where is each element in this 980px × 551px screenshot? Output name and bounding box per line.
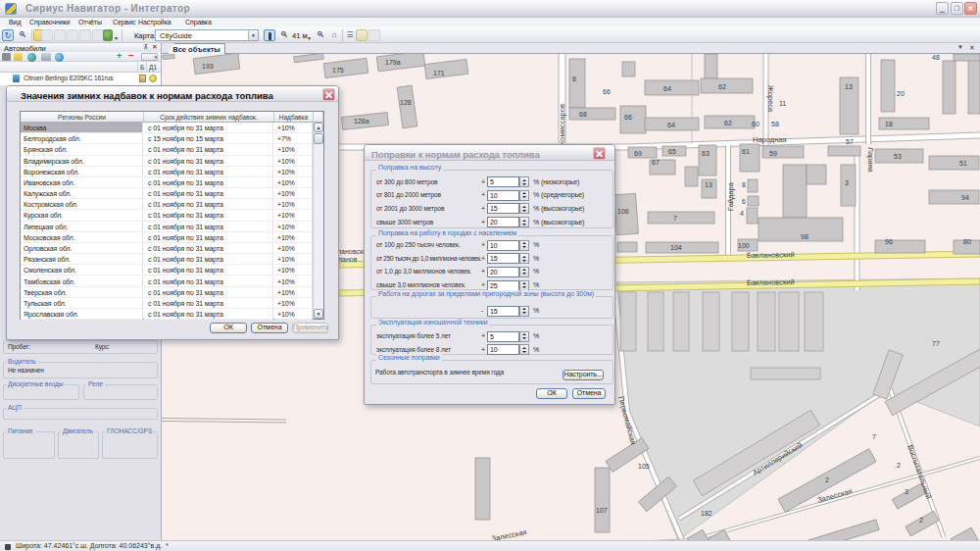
svg-text:65: 65: [668, 148, 676, 155]
svg-text:Народная: Народная: [753, 135, 787, 144]
svg-text:128a: 128a: [354, 118, 369, 125]
svg-text:Гайдара: Гайдара: [726, 181, 735, 211]
svg-text:7: 7: [872, 433, 876, 440]
svg-text:179a: 179a: [385, 59, 401, 66]
svg-text:20: 20: [897, 90, 905, 97]
svg-text:106: 106: [617, 208, 629, 215]
svg-text:11: 11: [779, 100, 786, 107]
svg-text:53: 53: [894, 153, 902, 160]
svg-text:64: 64: [667, 122, 675, 128]
svg-text:2: 2: [919, 517, 923, 524]
svg-text:2: 2: [825, 476, 829, 483]
svg-text:59: 59: [769, 150, 777, 157]
svg-text:63: 63: [702, 150, 710, 157]
svg-text:96: 96: [885, 238, 893, 245]
svg-text:13: 13: [845, 83, 853, 90]
svg-text:182: 182: [701, 510, 712, 517]
svg-text:18: 18: [885, 121, 893, 127]
svg-text:60: 60: [752, 121, 760, 127]
svg-text:лановски: лановски: [337, 248, 367, 255]
svg-text:105: 105: [638, 463, 650, 470]
svg-text:77: 77: [932, 340, 940, 347]
svg-text:8: 8: [572, 75, 576, 82]
svg-text:80: 80: [963, 238, 971, 245]
svg-text:67: 67: [652, 159, 660, 166]
svg-text:62: 62: [724, 120, 732, 126]
svg-text:69: 69: [634, 150, 642, 157]
svg-text:2: 2: [897, 462, 901, 469]
svg-text:Баклановский: Баклановский: [747, 250, 795, 260]
svg-text:62: 62: [718, 83, 726, 90]
svg-text:104: 104: [670, 244, 682, 251]
svg-text:6: 6: [742, 198, 746, 205]
svg-text:Баклановский: Баклановский: [747, 277, 795, 287]
svg-text:61: 61: [742, 148, 750, 155]
svg-text:58: 58: [771, 121, 779, 127]
svg-text:94: 94: [961, 194, 969, 201]
svg-text:Жореса: Жореса: [766, 85, 775, 113]
svg-text:13: 13: [705, 181, 712, 188]
svg-text:7: 7: [673, 215, 677, 222]
svg-text:64: 64: [663, 85, 671, 92]
svg-text:68: 68: [579, 111, 587, 118]
svg-text:4: 4: [740, 210, 744, 217]
svg-text:175: 175: [332, 67, 344, 74]
svg-text:128: 128: [400, 99, 412, 106]
svg-text:57: 57: [846, 138, 854, 145]
svg-text:98: 98: [801, 233, 808, 240]
svg-text:171: 171: [433, 70, 445, 76]
svg-text:3: 3: [905, 488, 908, 495]
svg-text:107: 107: [596, 507, 608, 514]
svg-text:100: 100: [738, 242, 750, 249]
svg-text:8: 8: [742, 181, 746, 188]
svg-text:66: 66: [603, 88, 611, 95]
svg-text:Комиссаров: Комиссаров: [558, 104, 566, 145]
svg-text:3: 3: [845, 179, 849, 186]
svg-text:Ларина: Ларина: [866, 147, 875, 174]
svg-text:193: 193: [202, 63, 214, 70]
svg-text:66: 66: [624, 114, 632, 121]
svg-text:ланов: ланов: [338, 256, 358, 263]
svg-text:48: 48: [932, 54, 940, 61]
svg-text:51: 51: [959, 160, 967, 167]
